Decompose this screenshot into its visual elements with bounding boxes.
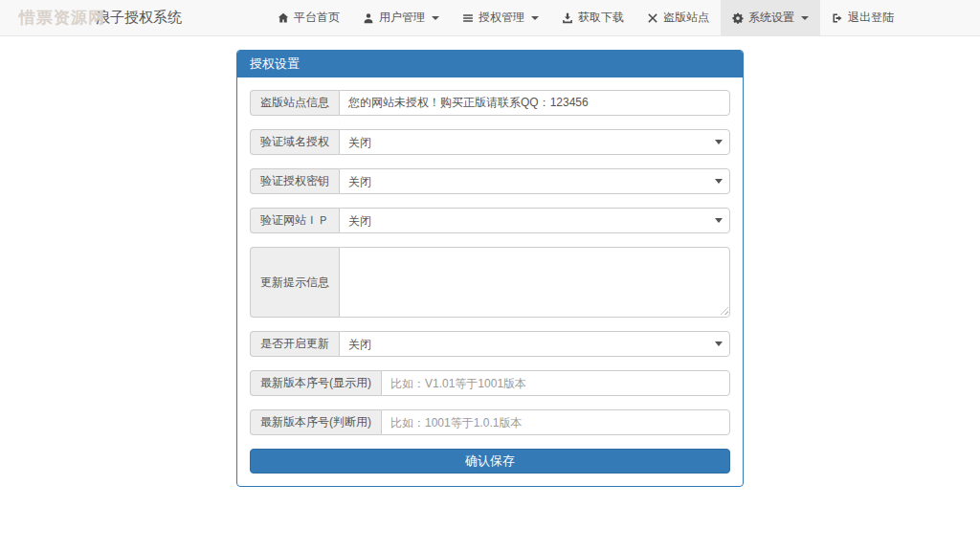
- field-control: 关闭: [339, 129, 730, 155]
- caret-down-icon: [801, 16, 809, 20]
- form-row-ver-judge: 最新版本序号(判断用): [250, 409, 730, 435]
- ver-display-input[interactable]: [381, 370, 730, 396]
- field-control: [381, 370, 730, 396]
- auth-settings-panel: 授权设置 盗版站点信息验证域名授权关闭验证授权密钥关闭验证网站ＩＰ关闭更新提示信…: [236, 50, 744, 487]
- download-icon: [562, 12, 573, 24]
- nav-item-users[interactable]: 用户管理: [351, 0, 451, 35]
- nav-item-label: 获取下载: [578, 10, 624, 26]
- field-label-ver-display: 最新版本序号(显示用): [250, 370, 381, 396]
- caret-down-icon: [432, 16, 439, 20]
- form-row-ver-display: 最新版本序号(显示用): [250, 370, 730, 396]
- field-control: 关闭: [339, 331, 730, 357]
- navbar-brand[interactable]: 浪子授权系统: [96, 0, 182, 35]
- navbar-menu: 平台首页用户管理授权管理获取下载盗版站点系统设置退出登陆: [266, 0, 905, 35]
- nav-item-logout[interactable]: 退出登陆: [820, 0, 905, 35]
- field-label-verify-domain: 验证域名授权: [250, 129, 339, 155]
- nav-item-label: 系统设置: [748, 10, 794, 26]
- user-icon: [363, 12, 374, 24]
- nav-item-label: 盗版站点: [663, 10, 709, 26]
- main-container: 授权设置 盗版站点信息验证域名授权关闭验证授权密钥关闭验证网站ＩＰ关闭更新提示信…: [236, 50, 744, 487]
- field-control: 关闭: [339, 208, 730, 233]
- nav-item-auth[interactable]: 授权管理: [451, 0, 550, 35]
- nav-item-home[interactable]: 平台首页: [266, 0, 351, 35]
- nav-item-label: 退出登陆: [848, 10, 894, 26]
- update-enable-select[interactable]: 关闭: [339, 331, 730, 357]
- list-icon: [462, 12, 474, 24]
- update-msg-textarea[interactable]: [339, 247, 730, 318]
- pirate-info-input[interactable]: [339, 90, 730, 116]
- sign-out-icon: [832, 12, 843, 24]
- save-button[interactable]: 确认保存: [250, 449, 730, 474]
- panel-title: 授权设置: [237, 51, 743, 77]
- form-row-update-enable: 是否开启更新关闭: [250, 331, 730, 357]
- verify-key-select[interactable]: 关闭: [339, 168, 730, 194]
- form-row-verify-domain: 验证域名授权关闭: [250, 129, 730, 155]
- site-watermark: 惜票资源网: [19, 7, 105, 29]
- ver-judge-input[interactable]: [381, 409, 730, 435]
- caret-down-icon: [531, 16, 539, 20]
- field-label-verify-ip: 验证网站ＩＰ: [250, 208, 339, 233]
- field-label-update-msg: 更新提示信息: [250, 247, 339, 318]
- field-control: [339, 90, 730, 116]
- close-icon: [647, 12, 658, 24]
- home-icon: [278, 12, 289, 24]
- form-row-pirate-info: 盗版站点信息: [250, 90, 730, 116]
- nav-item-settings[interactable]: 系统设置: [721, 0, 820, 35]
- form-row-update-msg: 更新提示信息: [250, 247, 730, 318]
- nav-item-label: 平台首页: [294, 10, 340, 26]
- nav-item-label: 用户管理: [379, 10, 425, 26]
- field-control: 关闭: [339, 168, 730, 194]
- nav-item-download[interactable]: 获取下载: [550, 0, 635, 35]
- field-label-pirate-info: 盗版站点信息: [250, 90, 339, 116]
- nav-item-pirate[interactable]: 盗版站点: [635, 0, 721, 35]
- field-control: [381, 409, 730, 435]
- auth-form: 盗版站点信息验证域名授权关闭验证授权密钥关闭验证网站ＩＰ关闭更新提示信息是否开启…: [237, 77, 743, 486]
- form-row-verify-ip: 验证网站ＩＰ关闭: [250, 208, 730, 233]
- nav-item-label: 授权管理: [479, 10, 524, 26]
- verify-ip-select[interactable]: 关闭: [339, 208, 730, 233]
- gear-icon: [732, 12, 744, 24]
- field-control: [339, 247, 730, 318]
- field-label-ver-judge: 最新版本序号(判断用): [250, 409, 381, 435]
- field-label-update-enable: 是否开启更新: [250, 331, 339, 357]
- form-row-verify-key: 验证授权密钥关闭: [250, 168, 730, 194]
- field-label-verify-key: 验证授权密钥: [250, 168, 339, 194]
- verify-domain-select[interactable]: 关闭: [339, 129, 730, 155]
- navbar: 惜票资源网 浪子授权系统 平台首页用户管理授权管理获取下载盗版站点系统设置退出登…: [0, 0, 980, 36]
